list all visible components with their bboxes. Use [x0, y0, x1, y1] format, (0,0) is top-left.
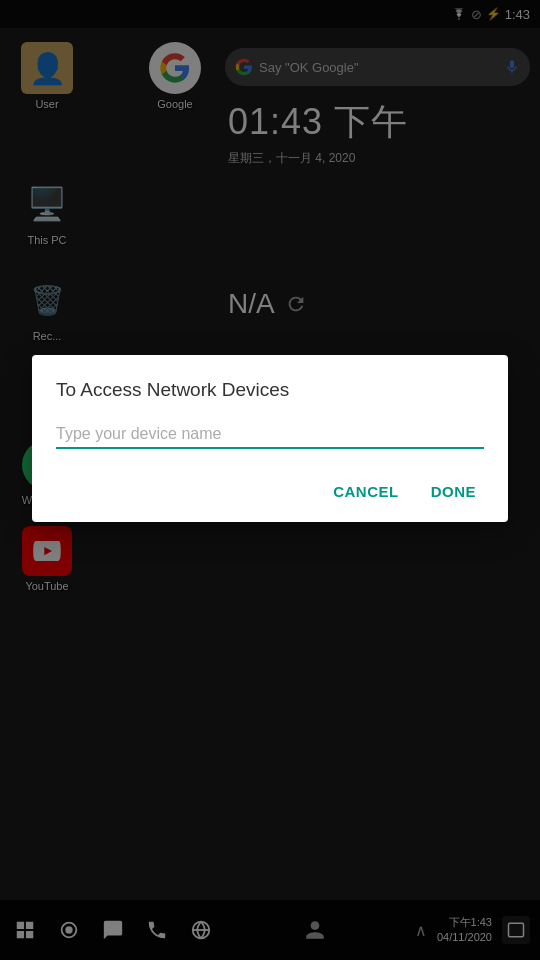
done-button[interactable]: DONE	[423, 477, 484, 506]
access-network-dialog: To Access Network Devices CANCEL DONE	[32, 355, 508, 522]
dialog-button-row: CANCEL DONE	[56, 477, 484, 506]
cancel-button[interactable]: CANCEL	[325, 477, 407, 506]
dialog-title: To Access Network Devices	[56, 379, 484, 401]
device-name-input[interactable]	[56, 421, 484, 449]
